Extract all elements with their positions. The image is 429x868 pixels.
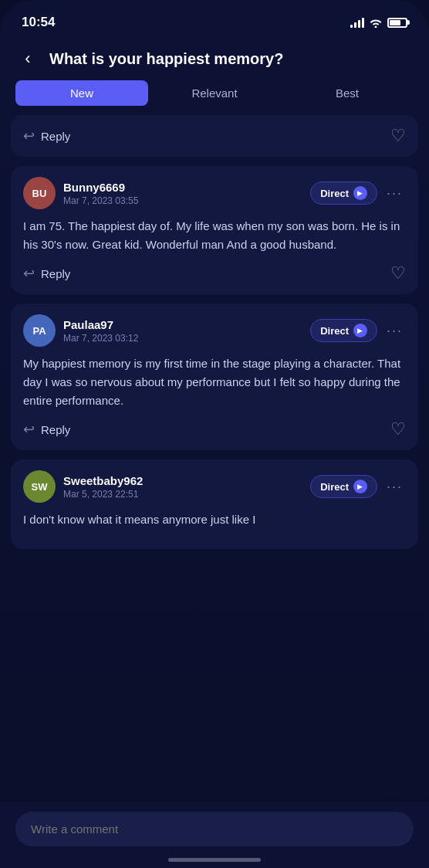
direct-button-1[interactable]: Direct ▶ <box>310 181 377 205</box>
signal-icon <box>350 17 364 28</box>
like-button-2[interactable]: ♡ <box>390 419 406 439</box>
user-info-1: Bunny6669 Mar 7, 2023 03:55 <box>63 181 302 206</box>
status-bar: 10:54 <box>0 0 429 40</box>
comment-text-3: I don't know what it means anymore just … <box>23 510 406 529</box>
tab-best[interactable]: Best <box>281 80 414 106</box>
header: ‹ What is your happiest memory? <box>0 40 429 80</box>
like-button-1[interactable]: ♡ <box>390 263 406 283</box>
avatar-2: PA <box>23 314 56 347</box>
direct-arrow-icon-1: ▶ <box>353 186 367 200</box>
more-button-1[interactable]: ··· <box>383 184 406 203</box>
comment-card-3: SW Sweetbaby962 Mar 5, 2023 22:51 Direct… <box>11 459 418 549</box>
date-3: Mar 5, 2023 22:51 <box>63 489 302 500</box>
home-indicator <box>168 858 261 862</box>
more-button-3[interactable]: ··· <box>383 477 406 497</box>
comment-card-partial-top: ↩ Reply ♡ <box>11 115 418 157</box>
like-button-top[interactable]: ♡ <box>390 126 406 146</box>
user-info-2: Paulaa97 Mar 7, 2023 03:12 <box>63 318 302 344</box>
comment-card-1: BU Bunny6669 Mar 7, 2023 03:55 Direct ▶ … <box>11 166 418 294</box>
direct-arrow-icon-2: ▶ <box>353 324 367 337</box>
reply-button-1[interactable]: ↩ Reply <box>23 265 70 282</box>
direct-arrow-icon-3: ▶ <box>353 480 367 493</box>
reply-icon-2: ↩ <box>23 421 35 438</box>
comment-input[interactable] <box>15 812 414 846</box>
reply-button-top[interactable]: ↩ Reply <box>23 127 70 144</box>
tab-new[interactable]: New <box>15 80 148 106</box>
back-button[interactable]: ‹ <box>15 46 40 71</box>
avatar-1: BU <box>23 177 56 209</box>
comment-card-2: PA Paulaa97 Mar 7, 2023 03:12 Direct ▶ ·… <box>11 303 418 450</box>
status-icons <box>350 17 407 28</box>
phone-frame: 10:54 ‹ What is your happiest memory? <box>0 0 429 868</box>
direct-button-2[interactable]: Direct ▶ <box>310 319 377 342</box>
username-2: Paulaa97 <box>63 318 302 331</box>
more-button-2[interactable]: ··· <box>383 321 406 341</box>
reply-icon-1: ↩ <box>23 265 35 282</box>
date-2: Mar 7, 2023 03:12 <box>63 333 302 344</box>
battery-icon <box>387 18 407 28</box>
comment-text-1: I am 75. The happiest day of. My life wa… <box>23 217 406 254</box>
avatar-3: SW <box>23 470 56 503</box>
reply-button-2[interactable]: ↩ Reply <box>23 421 70 438</box>
status-time: 10:54 <box>22 15 55 30</box>
comments-list: ↩ Reply ♡ BU Bunny6669 Mar 7, 2023 03:55… <box>0 115 429 628</box>
user-info-3: Sweetbaby962 Mar 5, 2023 22:51 <box>63 474 302 500</box>
username-3: Sweetbaby962 <box>63 474 302 487</box>
comment-text-2: My happiest memory is my first time in t… <box>23 354 406 410</box>
page-title: What is your happiest memory? <box>49 50 414 68</box>
tab-relevant[interactable]: Relevant <box>148 80 281 106</box>
reply-icon: ↩ <box>23 127 35 144</box>
date-1: Mar 7, 2023 03:55 <box>63 195 302 206</box>
username-1: Bunny6669 <box>63 181 302 194</box>
back-chevron-icon: ‹ <box>25 49 30 69</box>
direct-button-3[interactable]: Direct ▶ <box>310 475 377 498</box>
tabs-bar: New Relevant Best <box>0 80 429 115</box>
wifi-icon <box>369 17 383 28</box>
